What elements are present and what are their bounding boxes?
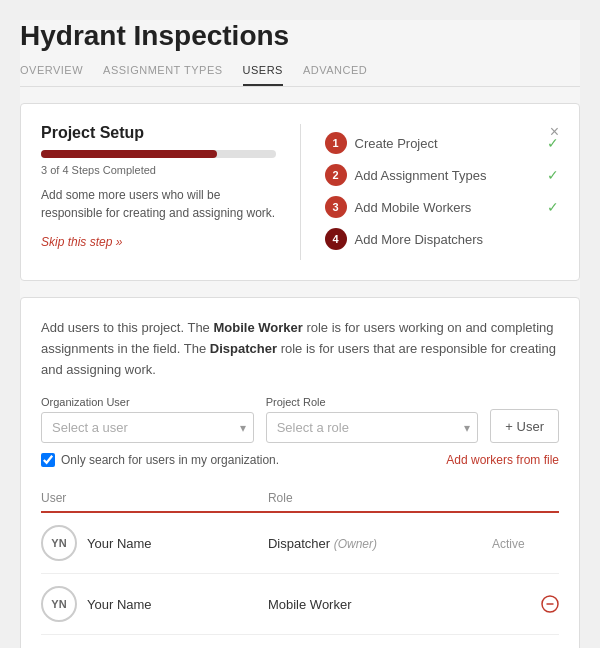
step-label-3: Add Mobile Workers — [355, 200, 540, 215]
progress-bar-fill — [41, 150, 217, 158]
user-cell-2: YN Your Name — [41, 586, 268, 622]
step-check-3: ✓ — [547, 199, 559, 215]
user-role-1: Dispatcher — [268, 536, 330, 551]
select-user-wrapper: Select a user — [41, 412, 254, 443]
mobile-worker-bold: Mobile Worker — [213, 320, 302, 335]
nav-tabs: OVERVIEW ASSIGNMENT TYPES USERS ADVANCED — [20, 64, 580, 87]
step-num-2: 2 — [325, 164, 347, 186]
users-description: Add users to this project. The Mobile Wo… — [41, 318, 559, 380]
select-role-wrapper: Select a role — [266, 412, 479, 443]
step-label-1: Create Project — [355, 136, 540, 151]
user-name-1: Your Name — [87, 536, 152, 551]
step-check-2: ✓ — [547, 167, 559, 183]
form-row: Organization User Select a user Project … — [41, 396, 559, 443]
status-active-1: Active — [492, 537, 525, 551]
org-user-label: Organization User — [41, 396, 254, 408]
tab-overview[interactable]: OVERVIEW — [20, 64, 83, 86]
avatar-2: YN — [41, 586, 77, 622]
checkbox-row: Only search for users in my organization… — [41, 453, 279, 467]
step-num-4: 4 — [325, 228, 347, 250]
remove-user-button[interactable] — [492, 595, 559, 613]
tab-advanced[interactable]: ADVANCED — [303, 64, 367, 86]
col-user: User — [41, 485, 268, 512]
setup-left: Project Setup 3 of 4 Steps Completed Add… — [41, 124, 276, 260]
page-container: Hydrant Inspections OVERVIEW ASSIGNMENT … — [20, 20, 580, 648]
org-search-checkbox[interactable] — [41, 453, 55, 467]
steps-completed: 3 of 4 Steps Completed — [41, 164, 276, 176]
avatar-1: YN — [41, 525, 77, 561]
users-table: User Role YN Your Name Dispatcher (O — [41, 485, 559, 635]
progress-bar-bg — [41, 150, 276, 158]
project-role-group: Project Role Select a role — [266, 396, 479, 443]
close-button[interactable]: × — [550, 124, 559, 140]
step-item-3: 3 Add Mobile Workers ✓ — [325, 196, 560, 218]
page-title: Hydrant Inspections — [20, 20, 580, 52]
step-num-3: 3 — [325, 196, 347, 218]
user-cell-1: YN Your Name — [41, 525, 268, 561]
step-label-2: Add Assignment Types — [355, 168, 540, 183]
step-item-2: 2 Add Assignment Types ✓ — [325, 164, 560, 186]
col-status — [492, 485, 559, 512]
project-setup-card: Project Setup 3 of 4 Steps Completed Add… — [20, 103, 580, 281]
add-workers-link[interactable]: Add workers from file — [446, 453, 559, 467]
org-user-group: Organization User Select a user — [41, 396, 254, 443]
table-row: YN Your Name Mobile Worker — [41, 574, 559, 635]
add-user-button[interactable]: + User — [490, 409, 559, 443]
project-role-label: Project Role — [266, 396, 479, 408]
skip-step-link[interactable]: Skip this step » — [41, 235, 122, 249]
select-user[interactable]: Select a user — [41, 412, 254, 443]
user-role-2: Mobile Worker — [268, 597, 352, 612]
select-role[interactable]: Select a role — [266, 412, 479, 443]
user-name-2: Your Name — [87, 597, 152, 612]
between-row: Only search for users in my organization… — [41, 453, 559, 475]
step-num-1: 1 — [325, 132, 347, 154]
setup-divider — [300, 124, 301, 260]
users-card: Add users to this project. The Mobile Wo… — [20, 297, 580, 648]
role-owner-badge: (Owner) — [334, 537, 377, 551]
col-role: Role — [268, 485, 492, 512]
setup-description: Add some more users who will be responsi… — [41, 186, 276, 222]
step-item-1: 1 Create Project ✓ — [325, 132, 560, 154]
step-list: 1 Create Project ✓ 2 Add Assignment Type… — [325, 132, 560, 250]
setup-right: × 1 Create Project ✓ 2 Add Assignment Ty… — [325, 124, 560, 260]
tab-users[interactable]: USERS — [243, 64, 283, 86]
table-row: YN Your Name Dispatcher (Owner) Active — [41, 512, 559, 574]
dispatcher-bold: Dispatcher — [210, 341, 277, 356]
step-label-4: Add More Dispatchers — [355, 232, 560, 247]
tab-assignment-types[interactable]: ASSIGNMENT TYPES — [103, 64, 222, 86]
step-item-4: 4 Add More Dispatchers — [325, 228, 560, 250]
remove-icon — [541, 595, 559, 613]
setup-title: Project Setup — [41, 124, 276, 142]
checkbox-label: Only search for users in my organization… — [61, 453, 279, 467]
